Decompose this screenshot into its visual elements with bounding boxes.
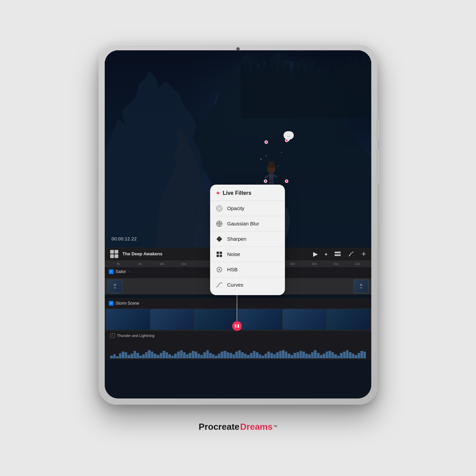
wave-bar xyxy=(218,354,221,358)
play-button[interactable]: ▶ xyxy=(313,250,318,258)
wave-bar xyxy=(119,353,122,358)
svg-point-23 xyxy=(219,269,220,270)
wave-bar xyxy=(125,352,128,358)
storm-clip-4[interactable] xyxy=(238,309,282,330)
wave-bar xyxy=(288,354,290,358)
wave-bar xyxy=(276,352,279,358)
wave-bar xyxy=(346,350,349,358)
wave-bar xyxy=(230,353,232,358)
filter-label-curves: Curves xyxy=(227,282,243,288)
playhead-button[interactable] xyxy=(232,321,242,331)
wave-bar xyxy=(328,351,331,358)
ruler-8s: 8s xyxy=(107,262,129,266)
wave-bar xyxy=(244,354,247,358)
grid-icon[interactable] xyxy=(110,250,118,258)
svg-rect-6 xyxy=(269,173,274,184)
sparkle-icon: ✦ xyxy=(216,190,220,197)
wave-bar xyxy=(151,352,154,358)
filter-item-sharpen[interactable]: Sharpen xyxy=(210,232,285,247)
wave-bar xyxy=(238,350,241,358)
sailor-checkbox[interactable] xyxy=(109,269,114,274)
wave-bar xyxy=(261,356,264,358)
filter-label-noise: Noise xyxy=(227,251,240,257)
timeline-controls: ▶ ● + xyxy=(313,250,366,258)
pen-button[interactable] xyxy=(348,251,355,257)
wave-bar xyxy=(122,352,124,358)
wave-bar xyxy=(168,354,171,358)
wave-bar xyxy=(320,355,323,358)
filter-item-curves[interactable]: Curves xyxy=(210,277,285,292)
interaction-dot-3[interactable] xyxy=(264,180,267,183)
interaction-dot-1[interactable] xyxy=(265,140,268,144)
record-button[interactable]: ● xyxy=(325,251,327,257)
wave-bar xyxy=(160,353,163,358)
wave-bar xyxy=(355,355,357,358)
sailor-track-name: Sailor xyxy=(116,269,126,274)
wave-bar xyxy=(352,354,355,358)
ruler-10s: 10s xyxy=(151,262,173,266)
storm-clip-1[interactable] xyxy=(106,309,150,330)
storm-clip-5[interactable] xyxy=(283,309,326,330)
storm-checkbox[interactable] xyxy=(109,301,114,306)
wave-bar xyxy=(116,356,119,358)
timestamp: 00:00:12.22 xyxy=(112,236,137,241)
ruler-11s: 11s xyxy=(173,262,194,266)
svg-rect-24 xyxy=(335,252,341,253)
speech-bubble: ... xyxy=(284,131,294,139)
sailor-expand-arrow[interactable]: › xyxy=(129,270,130,273)
audio-checkbox[interactable] xyxy=(110,333,115,338)
wave-bar xyxy=(296,352,299,358)
wave-bar xyxy=(267,352,270,358)
clip-3[interactable] xyxy=(354,279,369,293)
audio-track[interactable]: Thunder and Lightning xyxy=(105,331,371,360)
interaction-dot-4[interactable] xyxy=(285,180,288,183)
wave-bar xyxy=(343,352,346,358)
wave-bar xyxy=(302,352,305,358)
wave-bar xyxy=(134,351,136,358)
storm-clip-2[interactable] xyxy=(150,309,194,330)
audio-track-name: Thunder and Lightning xyxy=(117,334,154,338)
wave-bar xyxy=(285,352,288,358)
wave-bar xyxy=(256,352,258,358)
filter-item-noise[interactable]: Noise xyxy=(210,247,285,262)
filter-item-opacity[interactable]: Opacity xyxy=(210,201,285,216)
stack-button[interactable] xyxy=(334,251,341,257)
filter-item-gaussian-blur[interactable]: Gaussian Blur xyxy=(210,216,285,232)
clip-1[interactable] xyxy=(107,279,122,293)
wave-bar xyxy=(308,354,311,358)
add-button[interactable]: + xyxy=(361,250,366,258)
wave-bar xyxy=(110,356,113,358)
wave-bar xyxy=(363,352,366,358)
ruler-22s: 22s xyxy=(347,262,369,266)
camera xyxy=(236,47,240,51)
gaussian-blur-icon xyxy=(216,220,223,227)
wave-bar xyxy=(273,354,276,358)
ruler-20s: 20s xyxy=(303,262,325,266)
wave-bar xyxy=(334,354,337,358)
wave-bar xyxy=(139,356,142,358)
wave-bar xyxy=(171,356,174,358)
wave-bar xyxy=(212,354,215,358)
sharpen-icon xyxy=(216,235,223,243)
wave-bar xyxy=(166,352,168,358)
storm-track-name: Storm Scene xyxy=(116,301,139,306)
storm-expand-arrow[interactable]: › xyxy=(142,301,143,305)
panel-title: ✦ Live Filters xyxy=(210,190,285,201)
storm-clip-6[interactable] xyxy=(326,309,370,330)
wave-bar xyxy=(189,353,191,358)
wave-bar xyxy=(128,355,130,358)
filter-item-hsb[interactable]: HSB xyxy=(210,262,285,277)
wave-bar xyxy=(337,356,340,358)
logo-dreams: Dreams xyxy=(240,422,272,432)
wave-bar xyxy=(314,350,317,358)
svg-rect-30 xyxy=(238,324,239,328)
live-filters-panel[interactable]: ✦ Live Filters Opacity xyxy=(210,185,285,295)
wave-bar xyxy=(349,352,352,358)
wave-bar xyxy=(136,353,139,358)
side-button-bottom xyxy=(377,150,379,184)
svg-point-28 xyxy=(360,284,362,286)
wave-bar xyxy=(183,352,186,358)
storm-clip-3[interactable] xyxy=(194,309,238,330)
storm-track-header: Storm Scene › xyxy=(105,299,371,308)
wave-bar xyxy=(235,352,238,358)
